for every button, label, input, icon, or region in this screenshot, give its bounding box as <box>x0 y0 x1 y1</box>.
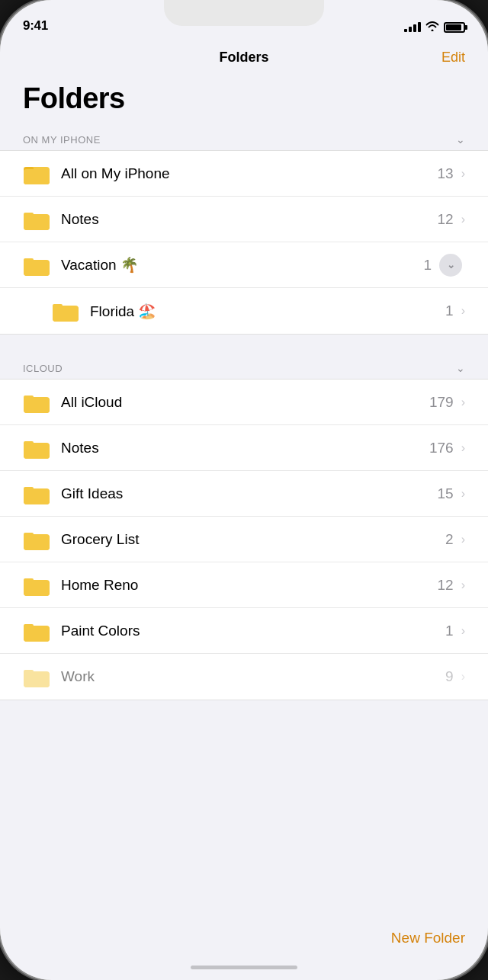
list-item[interactable]: Paint Colors 1 › <box>0 608 488 654</box>
list-item[interactable]: Florida 🏖️ 1 › <box>0 288 488 334</box>
chevron-right-icon: › <box>461 304 465 318</box>
svg-rect-22 <box>24 488 50 504</box>
nav-bar: Folders Edit <box>0 38 488 76</box>
svg-rect-16 <box>24 397 50 413</box>
expand-button[interactable]: ⌄ <box>439 254 462 277</box>
nav-title: Folders <box>219 50 268 66</box>
page-title: Folders <box>0 76 488 127</box>
list-item[interactable]: Vacation 🌴 1 ⌄ <box>0 242 488 288</box>
folder-icon <box>23 391 50 414</box>
phone-frame: 9:41 Folders Edit <box>0 0 488 980</box>
folder-icon <box>23 665 50 688</box>
folder-name: All on My iPhone <box>61 165 438 182</box>
wifi-icon <box>425 21 439 34</box>
folder-count: 9 <box>445 668 454 685</box>
chevron-right-icon: › <box>461 624 465 638</box>
folder-name: Home Reno <box>61 577 438 594</box>
folder-count: 1 <box>445 303 454 319</box>
list-item[interactable]: Notes 176 › <box>0 425 488 471</box>
folder-icon <box>23 254 50 277</box>
home-indicator <box>0 954 488 980</box>
notch <box>164 0 324 26</box>
folder-count: 12 <box>438 577 454 594</box>
folder-name: Gift Ideas <box>61 485 438 502</box>
chevron-right-icon: › <box>461 167 465 181</box>
list-item[interactable]: Work 9 › <box>0 654 488 700</box>
chevron-right-icon: › <box>461 533 465 546</box>
svg-rect-7 <box>24 214 50 230</box>
folder-icon <box>23 620 50 642</box>
chevron-right-icon: › <box>461 670 465 684</box>
list-item[interactable]: Gift Ideas 15 › <box>0 471 488 517</box>
folder-icon <box>23 528 50 551</box>
chevron-right-icon: › <box>461 441 465 455</box>
chevron-right-icon: › <box>461 213 465 226</box>
folder-name: All iCloud <box>61 394 429 411</box>
section-collapse-icloud[interactable]: ⌄ <box>456 362 465 374</box>
svg-rect-19 <box>24 443 50 459</box>
new-folder-bar: New Folder <box>0 922 488 954</box>
section-header-icloud: ICLOUD ⌄ <box>0 356 488 379</box>
folder-name: Notes <box>61 440 429 456</box>
section-collapse-iphone[interactable]: ⌄ <box>456 133 465 146</box>
folder-count: 13 <box>438 165 454 182</box>
new-folder-button[interactable]: New Folder <box>391 930 465 946</box>
svg-rect-25 <box>24 534 50 550</box>
section-label-iphone: ON MY IPHONE <box>23 134 101 146</box>
svg-rect-10 <box>24 260 50 276</box>
content-area: Folders ON MY IPHONE ⌄ <box>0 76 488 922</box>
section-gap <box>0 335 488 356</box>
signal-icon <box>404 22 421 32</box>
folder-icon <box>23 574 50 597</box>
folder-count: 176 <box>429 440 454 456</box>
section-header-iphone: ON MY IPHONE ⌄ <box>0 127 488 150</box>
folder-list-icloud: All iCloud 179 › Notes 176 › <box>0 379 488 700</box>
folder-count: 179 <box>429 394 454 411</box>
folder-icon <box>23 208 50 231</box>
svg-rect-34 <box>24 671 50 687</box>
list-item[interactable]: All iCloud 179 › <box>0 380 488 425</box>
folder-count: 15 <box>438 485 454 502</box>
folder-name: Work <box>61 668 445 685</box>
expand-chevron-icon: ⌄ <box>447 259 455 271</box>
list-item[interactable]: All on My iPhone 13 › <box>0 151 488 197</box>
section-label-icloud: ICLOUD <box>23 363 63 374</box>
status-icons <box>404 21 465 34</box>
svg-rect-28 <box>24 580 50 596</box>
folder-icon <box>52 299 79 322</box>
folder-name: Grocery List <box>61 531 445 548</box>
folder-count: 1 <box>423 257 432 274</box>
chevron-right-icon: › <box>461 396 465 409</box>
folder-count: 12 <box>438 211 454 228</box>
status-time: 9:41 <box>23 18 48 34</box>
list-item[interactable]: Notes 12 › <box>0 197 488 242</box>
folder-count: 1 <box>445 623 454 639</box>
folder-icon <box>23 482 50 505</box>
list-item[interactable]: Grocery List 2 › <box>0 517 488 562</box>
list-item[interactable]: Home Reno 12 › <box>0 562 488 608</box>
folder-icon <box>23 437 50 460</box>
folder-name: Vacation 🌴 <box>61 256 423 274</box>
battery-icon <box>444 22 465 33</box>
folder-count: 2 <box>445 531 454 548</box>
folder-name: Paint Colors <box>61 623 445 639</box>
folder-name: Notes <box>61 211 438 228</box>
svg-rect-31 <box>24 626 50 642</box>
chevron-right-icon: › <box>461 487 465 501</box>
chevron-right-icon: › <box>461 578 465 592</box>
folder-list-iphone: All on My iPhone 13 › Notes 12 <box>0 150 488 335</box>
svg-rect-4 <box>24 169 50 184</box>
home-bar <box>191 966 297 969</box>
screen: 9:41 Folders Edit <box>0 0 488 980</box>
folder-icon <box>23 162 50 185</box>
edit-button[interactable]: Edit <box>441 50 465 66</box>
folder-name: Florida 🏖️ <box>90 303 445 320</box>
svg-rect-13 <box>53 306 79 322</box>
